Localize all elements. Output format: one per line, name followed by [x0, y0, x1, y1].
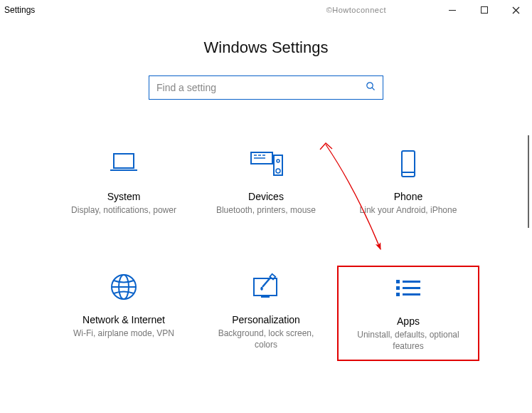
apps-icon: [392, 271, 425, 305]
tile-desc: Link your Android, iPhone: [360, 204, 457, 216]
svg-rect-1: [481, 7, 487, 14]
scrollbar[interactable]: [528, 135, 529, 228]
window-controls: [436, 0, 532, 20]
tile-apps[interactable]: Apps Uninstall, defaults, optional featu…: [337, 266, 479, 360]
svg-rect-26: [396, 286, 400, 290]
tile-desc: Bluetooth, printers, mouse: [216, 204, 316, 216]
phone-icon: [398, 147, 418, 181]
svg-rect-21: [254, 278, 277, 296]
page-title: Windows Settings: [0, 38, 532, 57]
svg-rect-13: [274, 155, 282, 175]
tile-title: System: [107, 191, 141, 202]
close-icon: [512, 6, 520, 14]
tile-title: Apps: [397, 315, 420, 327]
tile-desc: Wi-Fi, airplane mode, VPN: [73, 328, 174, 339]
svg-rect-29: [403, 287, 420, 289]
tile-personalization[interactable]: Personalization Background, lock screen,…: [195, 266, 337, 360]
tile-title: Devices: [248, 191, 284, 202]
tile-title: Phone: [394, 191, 422, 202]
tile-title: Network & Internet: [83, 314, 165, 325]
svg-rect-6: [114, 154, 134, 168]
svg-rect-28: [403, 281, 420, 283]
svg-rect-0: [449, 10, 456, 11]
svg-point-14: [277, 160, 280, 162]
tile-phone[interactable]: Phone Link your Android, iPhone: [337, 142, 479, 223]
minimize-button[interactable]: [436, 0, 468, 20]
svg-rect-27: [396, 293, 400, 296]
tile-desc: Background, lock screen, colors: [206, 328, 326, 350]
search-input[interactable]: [156, 82, 366, 93]
window-title: Settings: [4, 5, 35, 15]
watermark: ©Howtoconnect: [326, 6, 386, 14]
personalization-icon: [250, 270, 282, 304]
maximize-icon: [481, 6, 488, 14]
svg-rect-25: [396, 280, 400, 283]
globe-icon: [109, 270, 139, 304]
tile-desc: Uninstall, defaults, optional features: [348, 329, 469, 352]
svg-point-15: [276, 169, 280, 173]
tile-title: Personalization: [232, 314, 300, 325]
tile-system[interactable]: System Display, notifications, power: [53, 142, 195, 223]
minimize-icon: [449, 10, 456, 11]
devices-icon: [248, 147, 284, 181]
search-icon: [366, 81, 376, 94]
laptop-icon: [107, 147, 140, 181]
search-container: [0, 75, 532, 100]
maximize-button[interactable]: [468, 0, 500, 20]
svg-rect-30: [403, 293, 420, 296]
settings-grid: System Display, notifications, power Dev…: [0, 142, 532, 361]
close-button[interactable]: [500, 0, 532, 20]
tile-network[interactable]: Network & Internet Wi-Fi, airplane mode,…: [53, 266, 195, 360]
search-box[interactable]: [149, 75, 383, 100]
tile-devices[interactable]: Devices Bluetooth, printers, mouse: [195, 142, 337, 223]
svg-line-5: [372, 88, 374, 90]
titlebar: Settings ©Howtoconnect: [0, 0, 532, 20]
svg-point-4: [367, 83, 373, 88]
tile-desc: Display, notifications, power: [71, 204, 176, 216]
svg-rect-7: [110, 169, 137, 171]
